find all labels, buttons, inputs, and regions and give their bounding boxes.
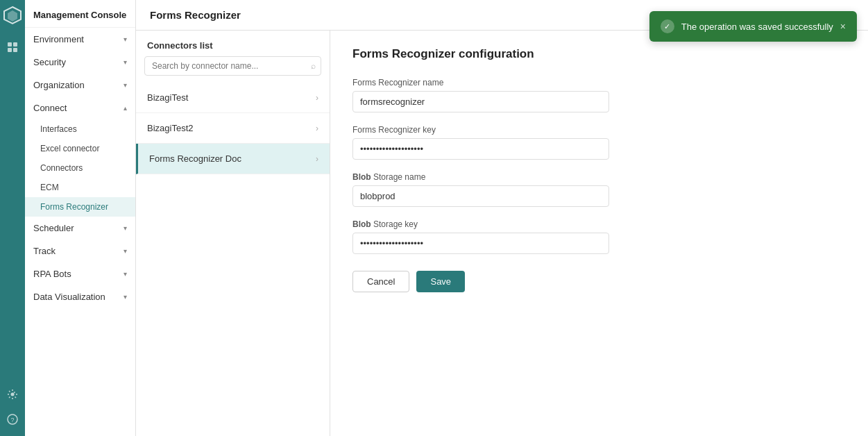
sidebar-section-rpa-bots-header[interactable]: RPA Bots ▾ [25,262,135,285]
connectors-panel: Connectors list ⌕ BizagiTest › BizagiTes… [136,31,330,436]
chevron-right-icon: › [316,93,318,103]
sidebar-section-data-visualization-header[interactable]: Data Visualization ▾ [25,285,135,308]
label-name: Forms Recognizer name [352,78,846,87]
connector-item-forms-recognizer-doc[interactable]: Forms Recognizer Doc › [136,144,330,174]
sidebar-section-data-visualization-label: Data Visualization [33,292,105,302]
label-blob-key: Blob Storage key [352,219,846,229]
settings-icon[interactable] [3,385,22,404]
save-button[interactable]: Save [416,271,465,292]
chevron-down-icon: ▾ [124,81,127,89]
search-icon: ⌕ [311,61,316,71]
connector-item-label: BizagiTest [147,92,188,103]
form-group-blob-key: Blob Storage key [352,219,846,254]
sidebar-section-rpa-bots-label: RPA Bots [33,269,71,279]
chevron-down-icon: ▾ [124,293,127,301]
sidebar-item-interfaces[interactable]: Interfaces [25,119,135,139]
connector-item-bizagi-test[interactable]: BizagiTest › [136,83,330,113]
search-input[interactable] [144,56,321,76]
content-area: Connectors list ⌕ BizagiTest › BizagiTes… [136,31,868,436]
help-icon[interactable]: ? [3,410,22,429]
sidebar-section-environment: Environment ▾ [25,28,135,51]
page-title: Forms Recognizer [150,9,241,21]
nav-icon-grid[interactable] [3,37,22,57]
sidebar-section-rpa-bots: RPA Bots ▾ [25,262,135,285]
sidebar-section-connect-label: Connect [33,103,67,113]
connectors-list-title: Connectors list [136,31,330,56]
sidebar: Management Console Environment ▾ Securit… [25,0,136,436]
input-blob-name[interactable] [352,185,609,207]
chevron-down-icon: ▾ [124,58,127,66]
toast-check-icon: ✓ [661,19,674,33]
main-content: Forms Recognizer 🖨 Production Envir... C… [136,0,868,436]
input-blob-key[interactable] [352,233,609,254]
sidebar-section-organization-header[interactable]: Organization ▾ [25,74,135,97]
chevron-down-icon: ▾ [124,247,127,255]
sidebar-section-security-header[interactable]: Security ▾ [25,51,135,74]
sidebar-item-connectors[interactable]: Connectors [25,158,135,178]
sidebar-section-security-label: Security [33,57,66,67]
svg-rect-3 [13,42,17,47]
connector-item-label: Forms Recognizer Doc [149,153,241,164]
form-actions: Cancel Save [352,271,846,292]
sidebar-section-organization: Organization ▾ [25,74,135,97]
toast-notification: ✓ The operation was saved successfully × [649,11,857,42]
toast-close-button[interactable]: × [840,21,846,32]
sidebar-section-track-header[interactable]: Track ▾ [25,240,135,262]
sidebar-section-scheduler-header[interactable]: Scheduler ▾ [25,217,135,240]
config-title: Forms Recognizer configuration [352,47,846,61]
svg-text:?: ? [11,417,15,424]
svg-marker-1 [8,10,17,22]
toast-message: The operation was saved successfully [681,22,833,32]
sidebar-section-scheduler: Scheduler ▾ [25,217,135,240]
connector-item-label: BizagiTest2 [147,123,193,133]
sidebar-item-forms-recognizer[interactable]: Forms Recognizer [25,197,135,217]
chevron-up-icon: ▴ [124,104,127,112]
svg-point-6 [11,393,15,396]
sidebar-section-data-visualization: Data Visualization ▾ [25,285,135,308]
sidebar-title: Management Console [25,0,135,28]
form-group-name: Forms Recognizer name [352,78,846,112]
chevron-down-icon: ▾ [124,224,127,232]
sidebar-section-track: Track ▾ [25,240,135,262]
input-key[interactable] [352,138,609,160]
sidebar-section-organization-label: Organization [33,80,85,90]
chevron-right-icon: › [316,124,318,133]
sidebar-section-connect-header[interactable]: Connect ▴ [25,97,135,119]
search-container: ⌕ [144,56,321,76]
label-key: Forms Recognizer key [352,125,846,135]
label-blob-name: Blob Storage name [352,172,846,182]
chevron-down-icon: ▾ [124,270,127,278]
svg-rect-2 [8,42,12,47]
cancel-button[interactable]: Cancel [352,271,409,292]
sidebar-item-ecm[interactable]: ECM [25,178,135,197]
icon-bar: ? [0,0,25,436]
sidebar-item-excel-connector[interactable]: Excel connector [25,139,135,158]
svg-rect-4 [8,48,12,52]
connector-item-bizagi-test2[interactable]: BizagiTest2 › [136,113,330,144]
form-group-key: Forms Recognizer key [352,125,846,160]
sidebar-section-scheduler-label: Scheduler [33,223,74,233]
sidebar-section-environment-label: Environment [33,34,84,44]
svg-rect-5 [13,48,17,52]
sidebar-section-environment-header[interactable]: Environment ▾ [25,28,135,51]
sidebar-section-connect: Connect ▴ Interfaces Excel connector Con… [25,97,135,217]
blob-label-prefix: Blob [352,172,371,182]
chevron-down-icon: ▾ [124,35,127,43]
connector-list: BizagiTest › BizagiTest2 › Forms Recogni… [136,83,330,436]
config-panel: Forms Recognizer configuration Forms Rec… [330,31,868,436]
input-name[interactable] [352,91,609,112]
chevron-right-icon: › [316,154,318,164]
sidebar-section-track-label: Track [33,246,56,256]
app-logo [3,6,22,25]
sidebar-section-security: Security ▾ [25,51,135,74]
form-group-blob-name: Blob Storage name [352,172,846,207]
blob-key-label-prefix: Blob [352,219,371,229]
